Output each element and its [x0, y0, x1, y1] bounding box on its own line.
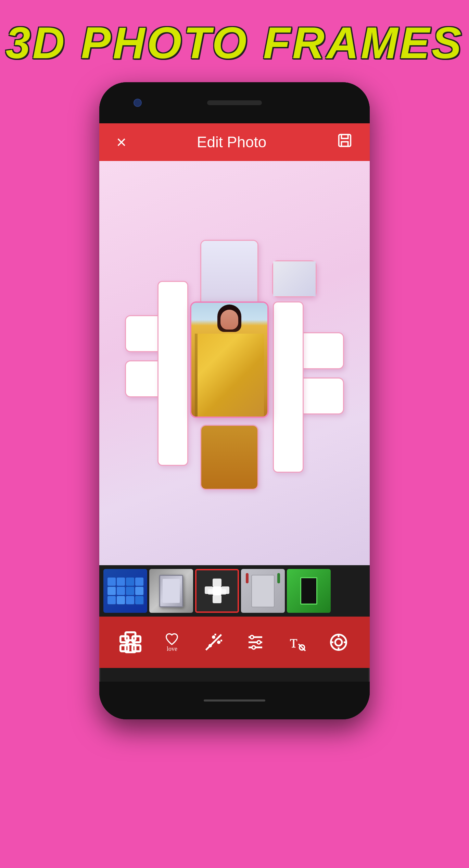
- frame-cell-bottom: [200, 425, 258, 490]
- frame-cell-center: [190, 301, 269, 418]
- svg-rect-5: [213, 587, 221, 595]
- close-button[interactable]: ×: [116, 134, 126, 151]
- frame-connector-right: [273, 301, 304, 473]
- svg-line-14: [206, 638, 218, 650]
- svg-point-27: [252, 646, 255, 649]
- svg-point-20: [213, 636, 215, 638]
- photo-canvas: [99, 161, 370, 565]
- header-title: Edit Photo: [197, 134, 266, 151]
- svg-line-18: [218, 635, 221, 638]
- phone-bottom-nav: [99, 682, 370, 719]
- tool-magic[interactable]: [198, 627, 229, 658]
- thumbnail-2[interactable]: [149, 569, 193, 613]
- svg-rect-1: [213, 579, 221, 586]
- app-header-bar: × Edit Photo: [99, 123, 370, 161]
- thumbnail-3-selected[interactable]: [195, 569, 239, 613]
- frame-connector-left: [157, 281, 188, 466]
- svg-rect-6: [208, 590, 214, 594]
- save-button[interactable]: [337, 133, 353, 152]
- thumbnail-5[interactable]: [287, 569, 331, 613]
- phone-body: × Edit Photo: [99, 82, 370, 719]
- svg-text:T: T: [290, 637, 297, 650]
- tool-adjust[interactable]: [240, 627, 271, 658]
- front-camera: [134, 99, 142, 107]
- tool-crop[interactable]: [323, 627, 354, 658]
- tool-frames[interactable]: [115, 627, 146, 658]
- svg-point-32: [335, 639, 342, 646]
- svg-point-26: [257, 641, 261, 644]
- frame-cell-top-right: [272, 260, 317, 297]
- phone-top-bezel: [99, 82, 370, 123]
- thumbnail-bar: [99, 565, 370, 617]
- svg-point-25: [250, 635, 254, 639]
- tool-stickers[interactable]: love: [156, 627, 187, 658]
- photo-frame-grid: [122, 233, 347, 493]
- svg-rect-4: [213, 595, 221, 603]
- svg-rect-7: [220, 590, 226, 594]
- svg-rect-0: [339, 135, 351, 147]
- svg-point-19: [210, 645, 211, 647]
- thumbnail-4[interactable]: [241, 569, 285, 613]
- tool-bar: love: [99, 617, 370, 668]
- app-title: 3D PHOTO FRAMES: [5, 17, 463, 69]
- svg-point-21: [218, 642, 220, 643]
- home-indicator: [204, 699, 265, 702]
- frame-cell-top-col: [200, 240, 258, 308]
- tool-text[interactable]: T: [281, 627, 312, 658]
- thumbnail-1[interactable]: [103, 569, 147, 613]
- speaker-grille: [207, 100, 262, 105]
